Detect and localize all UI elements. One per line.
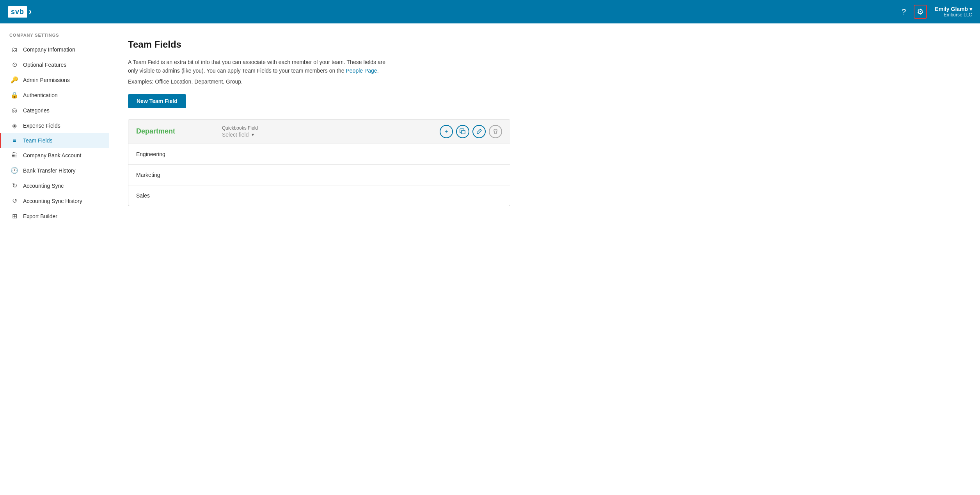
sidebar-item-company-bank-account[interactable]: 🏛 Company Bank Account: [0, 148, 109, 163]
sidebar-item-label: Expense Fields: [23, 123, 60, 129]
header-actions: ? ⚙ Emily Glamb ▾ Emburse LLC: [902, 5, 972, 19]
sidebar: COMPANY SETTINGS 🗂 Company Information ⊙…: [0, 23, 109, 495]
sidebar-item-label: Authentication: [23, 92, 58, 98]
sidebar-item-label: Accounting Sync: [23, 183, 64, 189]
delete-icon: [492, 128, 499, 135]
sidebar-item-admin-permissions[interactable]: 🔑 Admin Permissions: [0, 72, 109, 87]
app-header: svb › ? ⚙ Emily Glamb ▾ Emburse LLC: [0, 0, 980, 23]
sidebar-item-label: Categories: [23, 107, 50, 114]
delete-field-button[interactable]: [489, 125, 502, 138]
field-card-department: Department Quickbooks Field Select field…: [128, 119, 510, 206]
sidebar-item-export-builder[interactable]: ⊞ Export Builder: [0, 208, 109, 224]
export-builder-icon: ⊞: [11, 212, 18, 220]
settings-icon-wrapper[interactable]: ⚙: [914, 5, 927, 19]
bank-transfer-history-icon: 🕐: [11, 167, 18, 174]
sidebar-item-expense-fields[interactable]: ◈ Expense Fields: [0, 118, 109, 133]
sidebar-section-title: COMPANY SETTINGS: [0, 33, 109, 42]
sidebar-item-authentication[interactable]: 🔒 Authentication: [0, 87, 109, 103]
quickbooks-field-value: Select field: [222, 132, 249, 138]
user-menu[interactable]: Emily Glamb ▾ Emburse LLC: [935, 6, 972, 18]
sidebar-item-optional-features[interactable]: ⊙ Optional Features: [0, 57, 109, 72]
sidebar-item-label: Team Fields: [23, 137, 52, 144]
header-logo-area: svb ›: [8, 6, 32, 18]
sidebar-item-label: Company Bank Account: [23, 152, 81, 158]
optional-features-icon: ⊙: [11, 61, 18, 68]
sidebar-item-team-fields[interactable]: ≡ Team Fields: [0, 133, 109, 148]
edit-field-button[interactable]: [472, 125, 486, 138]
sidebar-item-label: Accounting Sync History: [23, 198, 82, 204]
quickbooks-field-select[interactable]: Select field ▾: [222, 132, 432, 138]
sidebar-item-accounting-sync[interactable]: ↻ Accounting Sync: [0, 178, 109, 193]
quickbooks-field-label: Quickbooks Field: [222, 125, 432, 131]
add-value-button[interactable]: +: [440, 125, 453, 138]
authentication-icon: 🔒: [11, 91, 18, 99]
page-description: A Team Field is an extra bit of info tha…: [128, 58, 393, 75]
admin-permissions-icon: 🔑: [11, 76, 18, 84]
sidebar-item-categories[interactable]: ◎ Categories: [0, 103, 109, 118]
svb-logo: svb: [8, 6, 27, 18]
field-card-header: Department Quickbooks Field Select field…: [128, 119, 510, 144]
user-company: Emburse LLC: [935, 12, 972, 18]
field-value-row: Marketing: [128, 165, 510, 185]
copy-field-button[interactable]: [456, 125, 469, 138]
user-name: Emily Glamb ▾: [935, 6, 972, 12]
team-fields-icon: ≡: [11, 137, 18, 144]
page-title: Team Fields: [128, 39, 961, 50]
field-name: Department: [136, 127, 214, 135]
main-content: Team Fields A Team Field is an extra bit…: [109, 23, 980, 495]
header-arrow-icon: ›: [29, 7, 32, 17]
sidebar-item-bank-transfer-history[interactable]: 🕐 Bank Transfer History: [0, 163, 109, 178]
main-layout: COMPANY SETTINGS 🗂 Company Information ⊙…: [0, 23, 980, 495]
sidebar-item-accounting-sync-history[interactable]: ↺ Accounting Sync History: [0, 193, 109, 208]
company-information-icon: 🗂: [11, 46, 18, 53]
new-team-field-button[interactable]: New Team Field: [128, 94, 186, 108]
field-values-list: Engineering Marketing Sales: [128, 144, 510, 206]
svg-rect-0: [462, 130, 465, 134]
categories-icon: ◎: [11, 107, 18, 114]
field-value-row: Sales: [128, 185, 510, 206]
sidebar-item-label: Company Information: [23, 46, 75, 53]
gear-icon: ⚙: [917, 7, 924, 16]
examples-text: Examples: Office Location, Department, G…: [128, 78, 961, 85]
accounting-sync-icon: ↻: [11, 182, 18, 189]
sidebar-item-label: Export Builder: [23, 213, 57, 219]
accounting-sync-history-icon: ↺: [11, 197, 18, 205]
field-actions: +: [440, 125, 502, 138]
edit-icon: [476, 128, 482, 135]
quickbooks-field-section: Quickbooks Field Select field ▾: [222, 125, 432, 138]
sidebar-item-label: Optional Features: [23, 62, 66, 68]
sidebar-item-label: Admin Permissions: [23, 77, 70, 83]
field-value-row: Engineering: [128, 144, 510, 165]
expense-fields-icon: ◈: [11, 122, 18, 129]
copy-icon: [460, 128, 466, 135]
sidebar-item-company-information[interactable]: 🗂 Company Information: [0, 42, 109, 57]
people-page-link[interactable]: People Page: [346, 68, 377, 74]
help-icon[interactable]: ?: [902, 7, 906, 16]
company-bank-account-icon: 🏛: [11, 152, 18, 159]
sidebar-item-label: Bank Transfer History: [23, 167, 76, 174]
quickbooks-chevron-down-icon: ▾: [252, 132, 254, 137]
